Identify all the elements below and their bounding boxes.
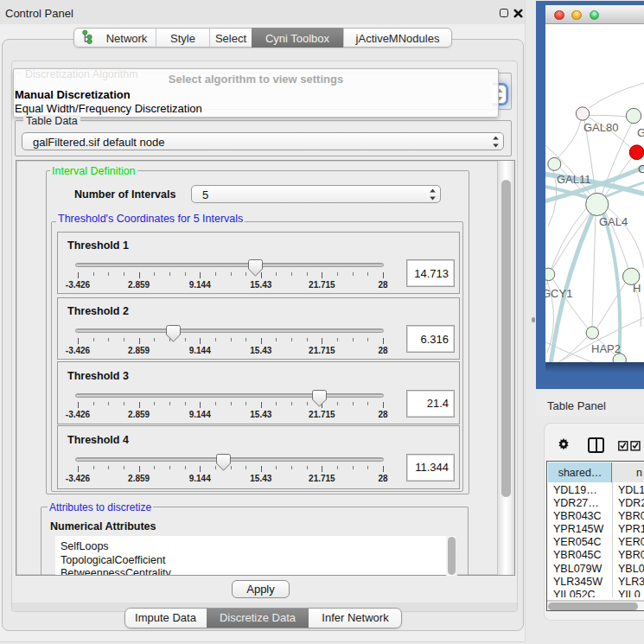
svg-text:GCY1: GCY1 xyxy=(545,287,572,300)
svg-text:GA: GA xyxy=(637,126,644,139)
svg-text:HAP2: HAP2 xyxy=(591,342,621,355)
svg-text:H: H xyxy=(633,282,641,295)
svg-text:GAL11: GAL11 xyxy=(557,173,591,186)
svg-text:GAL4: GAL4 xyxy=(599,215,628,228)
svg-text:GAL80: GAL80 xyxy=(583,121,618,134)
svg-text:C: C xyxy=(638,163,644,175)
